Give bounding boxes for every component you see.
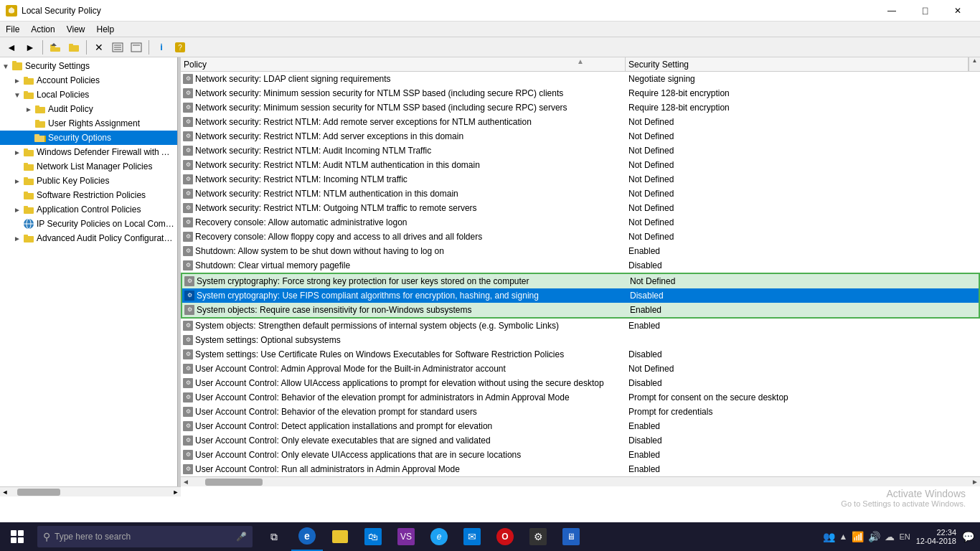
- tree-item-software-restriction[interactable]: Software Restriction Policies: [0, 188, 177, 202]
- table-row[interactable]: ⚙ User Account Control: Admin Approval M…: [181, 362, 980, 376]
- menu-help[interactable]: Help: [91, 22, 121, 37]
- tree-toggle-windows-defender[interactable]: ►: [11, 146, 23, 158]
- table-row[interactable]: ⚙ User Account Control: Behavior of the …: [181, 405, 980, 419]
- table-row[interactable]: ⚙ User Account Control: Behavior of the …: [181, 390, 980, 405]
- table-row[interactable]: ⚙ System cryptography: Force strong key …: [182, 274, 979, 288]
- toolbar: ◄ ► ✕ i ?: [0, 37, 980, 57]
- tree-item-windows-defender[interactable]: ► Windows Defender Firewall with Adva...: [0, 145, 177, 159]
- table-row[interactable]: ⚙ System objects: Require case insensiti…: [182, 303, 979, 317]
- menu-view[interactable]: View: [61, 22, 91, 37]
- tree-item-user-rights[interactable]: User Rights Assignment: [0, 116, 177, 131]
- row-icon-20: ⚙: [181, 362, 195, 376]
- table-row[interactable]: ⚙ Network security: Restrict NTLM: Add s…: [181, 129, 980, 143]
- tree-toggle-app-control[interactable]: ►: [11, 204, 23, 215]
- tree-item-security-options[interactable]: Security Options: [0, 131, 177, 145]
- policy-icon-11: ⚙: [183, 232, 193, 242]
- row-policy-26: User Account Control: Only elevate UIAcc…: [195, 450, 626, 460]
- tree-toggle-public-key[interactable]: ►: [11, 175, 23, 187]
- tree-toggle-advanced-audit[interactable]: ►: [11, 232, 23, 244]
- table-row[interactable]: ⚙ System settings: Optional subsystems: [181, 333, 980, 347]
- tree-panel[interactable]: ▼ Security Settings ► Account Policies ▼…: [0, 57, 178, 486]
- policy-icon-26: ⚙: [183, 450, 193, 460]
- maximize-button[interactable]: ⎕: [908, 0, 941, 22]
- svg-rect-35: [24, 206, 28, 208]
- tree-item-ip-security[interactable]: IP Security Policies on Local Compute...: [0, 217, 177, 231]
- tree-scroll-left[interactable]: ◄: [0, 487, 10, 496]
- table-row[interactable]: ⚙ Network security: LDAP client signing …: [181, 72, 980, 86]
- toolbar-forward[interactable]: ►: [22, 39, 39, 56]
- tree-item-audit-policy[interactable]: ► Audit Policy: [0, 102, 177, 116]
- table-row[interactable]: ⚙ System objects: Strengthen default per…: [181, 319, 980, 333]
- tree-horizontal-scrollbar[interactable]: ◄ ►: [0, 486, 181, 496]
- table-row[interactable]: ⚙ Recovery console: Allow automatic admi…: [181, 215, 980, 230]
- row-icon-16: ⚙: [182, 303, 197, 317]
- tree-item-network-list[interactable]: Network List Manager Policies: [0, 159, 177, 174]
- toolbar-help[interactable]: ?: [171, 39, 189, 56]
- table-row[interactable]: ⚙ Network security: Minimum session secu…: [181, 86, 980, 100]
- tree-scroll-thumb[interactable]: [17, 489, 60, 496]
- tree-label-app-control: Application Control Policies: [37, 204, 141, 215]
- table-row[interactable]: ⚙ Shutdown: Clear virtual memory pagefil…: [181, 258, 980, 273]
- title-bar-controls: — ⎕ ✕: [875, 0, 974, 22]
- table-row[interactable]: ⚙ Network security: Minimum session secu…: [181, 100, 980, 115]
- tree-scroll-track[interactable]: [10, 487, 171, 496]
- col-header-policy[interactable]: Policy: [181, 57, 626, 71]
- list-area[interactable]: ⚙ Network security: LDAP client signing …: [181, 72, 980, 476]
- table-row[interactable]: ⚙ Network security: Restrict NTLM: Outgo…: [181, 201, 980, 215]
- tree-item-app-control[interactable]: ► Application Control Policies: [0, 202, 177, 217]
- table-row[interactable]: ⚙ User Account Control: Only elevate exe…: [181, 433, 980, 448]
- table-row[interactable]: ⚙ User Account Control: Detect applicati…: [181, 419, 980, 433]
- scroll-track[interactable]: [191, 477, 970, 487]
- menu-file[interactable]: File: [0, 22, 25, 37]
- tree-toggle-local-policies[interactable]: ▼: [11, 89, 23, 100]
- row-setting-11: Not Defined: [626, 232, 980, 242]
- tree-item-local-policies[interactable]: ▼ Local Policies: [0, 88, 177, 102]
- table-row[interactable]: ⚙ User Account Control: Run all administ…: [181, 462, 980, 476]
- account-policies-icon: [23, 75, 34, 86]
- table-row[interactable]: ⚙ Network security: Restrict NTLM: NTLM …: [181, 187, 980, 201]
- windows-defender-icon: [23, 146, 34, 158]
- user-rights-icon: [34, 118, 46, 129]
- toolbar-back[interactable]: ◄: [3, 39, 20, 56]
- svg-rect-29: [24, 163, 28, 165]
- scroll-left-arrow[interactable]: ◄: [181, 477, 191, 487]
- toolbar-folder[interactable]: [65, 39, 83, 56]
- tree-label-local-policies: Local Policies: [37, 90, 89, 100]
- toolbar-up[interactable]: [47, 39, 64, 56]
- close-button[interactable]: ✕: [941, 0, 974, 22]
- table-row[interactable]: ⚙ Network security: Restrict NTLM: Add r…: [181, 115, 980, 129]
- tree-scroll-right[interactable]: ►: [171, 487, 181, 496]
- network-list-icon: [23, 161, 34, 172]
- table-row[interactable]: ⚙ User Account Control: Allow UIAccess a…: [181, 376, 980, 390]
- tree-toggle-account-policies[interactable]: ►: [11, 75, 23, 86]
- table-row[interactable]: ⚙ User Account Control: Only elevate UIA…: [181, 448, 980, 462]
- toolbar-info[interactable]: i: [153, 39, 170, 56]
- scroll-thumb[interactable]: [205, 479, 263, 486]
- minimize-button[interactable]: —: [875, 0, 908, 22]
- tree-item-security-settings[interactable]: ▼ Security Settings: [0, 59, 177, 73]
- toolbar-sep-2: [86, 40, 87, 55]
- tree-item-account-policies[interactable]: ► Account Policies: [0, 73, 177, 88]
- tree-label-security-settings: Security Settings: [25, 61, 90, 71]
- col-header-setting[interactable]: Security Setting: [626, 57, 969, 71]
- tree-item-advanced-audit[interactable]: ► Advanced Audit Policy Configuration: [0, 231, 177, 245]
- table-row[interactable]: ⚙ Network security: Restrict NTLM: Incom…: [181, 172, 980, 187]
- table-row[interactable]: ⚙ Shutdown: Allow system to be shut down…: [181, 244, 980, 258]
- scroll-right-arrow[interactable]: ►: [970, 477, 980, 487]
- tree-toggle-audit-policy[interactable]: ►: [23, 103, 34, 115]
- table-row[interactable]: ⚙ Network security: Restrict NTLM: Audit…: [181, 143, 980, 158]
- table-row[interactable]: ⚙ Network security: Restrict NTLM: Audit…: [181, 158, 980, 172]
- menu-action[interactable]: Action: [25, 22, 60, 37]
- right-scrollbar[interactable]: ◄ ►: [181, 476, 980, 486]
- toolbar-delete[interactable]: ✕: [90, 39, 108, 56]
- row-icon-4: ⚙: [181, 129, 195, 143]
- toolbar-export[interactable]: [128, 39, 145, 56]
- table-row[interactable]: ⚙ System cryptography: Use FIPS complian…: [182, 288, 979, 303]
- tree-toggle-security-settings[interactable]: ▼: [0, 60, 11, 72]
- toolbar-properties[interactable]: [109, 39, 126, 56]
- row-policy-7: Network security: Restrict NTLM: Incomin…: [195, 174, 626, 184]
- svg-rect-22: [35, 120, 39, 122]
- table-row[interactable]: ⚙ Recovery console: Allow floppy copy an…: [181, 230, 980, 244]
- table-row[interactable]: ⚙ System settings: Use Certificate Rules…: [181, 347, 980, 362]
- tree-item-public-key[interactable]: ► Public Key Policies: [0, 174, 177, 188]
